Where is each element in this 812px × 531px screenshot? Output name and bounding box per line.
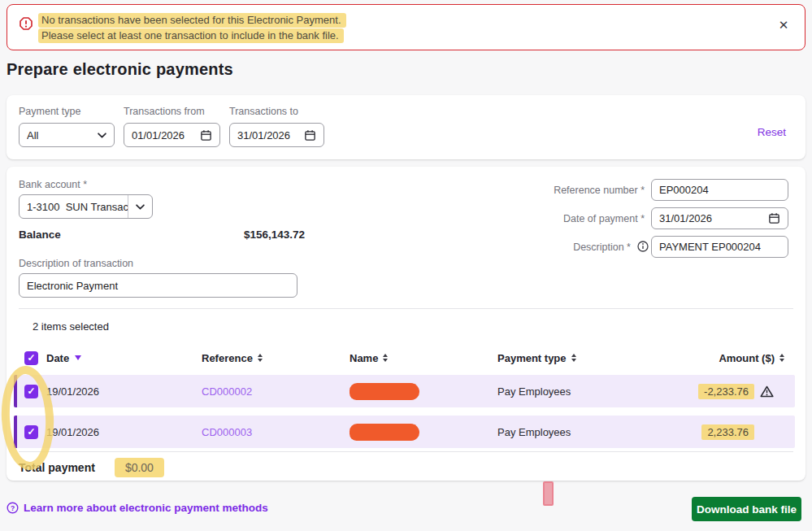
row-amount: -2,233.76	[698, 384, 754, 399]
description-label: Description *	[494, 242, 631, 253]
warning-icon	[760, 385, 774, 398]
column-header-date[interactable]: Date	[46, 352, 202, 364]
selection-summary: 2 items selected	[33, 320, 109, 333]
payment-type-field: Payment type All	[19, 106, 115, 147]
table-row[interactable]: ✓ 19/01/2026 CD000002 Pay Employees -2,2…	[14, 375, 795, 407]
transactions-to-input[interactable]: 31/01/2026	[229, 123, 324, 147]
reference-number-label: Reference number *	[506, 185, 645, 196]
date-of-payment-label: Date of payment *	[506, 213, 645, 224]
learn-more-label: Learn more about electronic payment meth…	[24, 502, 268, 514]
row-date: 19/01/2026	[46, 426, 202, 438]
column-header-reference[interactable]: Reference	[202, 352, 350, 364]
table-row[interactable]: ✓ 19/01/2026 CD000003 Pay Employees 2,23…	[14, 416, 795, 448]
total-payment-label: Total payment	[19, 461, 95, 474]
error-line-2: Please select at least one transaction t…	[38, 28, 344, 43]
transactions-from-input[interactable]: 01/01/2026	[124, 123, 220, 147]
section-divider	[19, 308, 793, 309]
row-payment-type: Pay Employees	[497, 426, 649, 438]
redacted-name	[350, 383, 419, 400]
transactions-to-label: Transactions to	[229, 106, 324, 117]
calendar-icon[interactable]	[768, 212, 780, 224]
total-divider	[19, 451, 793, 452]
download-bank-file-button[interactable]: Download bank file	[692, 497, 801, 521]
sort-icon	[383, 354, 388, 362]
svg-text:?: ?	[11, 504, 15, 512]
calendar-icon[interactable]	[304, 129, 316, 141]
payment-type-label: Payment type	[19, 106, 115, 117]
transactions-to-value: 31/01/2026	[237, 129, 304, 141]
filter-panel: Payment type All Transactions from 01/01…	[7, 95, 805, 159]
column-header-payment-type[interactable]: Payment type	[497, 352, 649, 364]
sort-icon	[571, 354, 576, 362]
description-of-transaction-input[interactable]	[19, 273, 297, 298]
select-all-checkbox[interactable]: ✓	[24, 351, 38, 365]
sort-icon	[779, 354, 784, 362]
alert-octagon-icon	[20, 17, 33, 30]
row-payment-type: Pay Employees	[497, 385, 649, 398]
bank-account-label: Bank account *	[19, 179, 87, 190]
total-payment-value: $0.00	[115, 458, 164, 477]
bank-account-select[interactable]: 1-3100 SUN Transacti	[19, 194, 153, 219]
chevron-down-icon	[98, 133, 106, 138]
table-header: ✓ Date Reference Name Payment type Amoun…	[7, 346, 805, 370]
description-input[interactable]	[651, 236, 788, 258]
bank-account-dropdown-toggle[interactable]	[128, 195, 152, 218]
info-icon[interactable]	[637, 241, 649, 252]
transactions-from-value: 01/01/2026	[132, 129, 200, 141]
payment-type-value: All	[27, 129, 98, 141]
error-line-1: No transactions have been selected for t…	[38, 13, 346, 28]
total-payment-row: Total payment $0.00	[19, 458, 164, 477]
calendar-icon[interactable]	[200, 129, 212, 141]
balance-label: Balance	[19, 229, 61, 241]
help-icon: ?	[7, 502, 19, 514]
transactions-to-field: Transactions to 31/01/2026	[229, 106, 324, 147]
row-amount: 2,233.76	[701, 424, 754, 440]
learn-more-link[interactable]: ? Learn more about electronic payment me…	[7, 502, 268, 514]
column-header-amount[interactable]: Amount ($)	[649, 352, 784, 364]
reset-button[interactable]: Reset	[758, 126, 786, 138]
page-title: Prepare electronic payments	[7, 60, 233, 79]
description-of-transaction-label: Description of transaction	[19, 258, 133, 269]
payment-details-panel: Bank account * 1-3100 SUN Transacti Bala…	[7, 167, 805, 481]
close-icon[interactable]: ✕	[775, 17, 792, 33]
row-reference-link[interactable]: CD000003	[202, 426, 350, 438]
date-of-payment-input[interactable]: 31/01/2026	[651, 207, 788, 229]
pink-marker-annotation	[543, 481, 554, 506]
date-of-payment-value: 31/01/2026	[659, 212, 768, 224]
bank-account-value: 1-3100 SUN Transacti	[27, 201, 128, 213]
row-checkbox[interactable]: ✓	[24, 425, 38, 439]
sort-desc-icon	[75, 355, 81, 360]
row-checkbox[interactable]: ✓	[24, 385, 38, 398]
column-header-name[interactable]: Name	[350, 352, 497, 364]
transactions-from-field: Transactions from 01/01/2026	[124, 106, 220, 147]
transactions-from-label: Transactions from	[124, 106, 220, 117]
chevron-down-icon	[136, 204, 145, 210]
redacted-name	[350, 424, 419, 441]
reference-number-input[interactable]	[651, 179, 788, 201]
error-message: No transactions have been selected for t…	[38, 12, 793, 43]
error-banner: No transactions have been selected for t…	[7, 4, 805, 50]
payment-type-select[interactable]: All	[19, 123, 115, 147]
sort-icon	[258, 354, 263, 362]
row-date: 19/01/2026	[46, 385, 202, 398]
balance-value: $156,143.72	[244, 229, 305, 241]
row-reference-link[interactable]: CD000002	[202, 385, 350, 398]
